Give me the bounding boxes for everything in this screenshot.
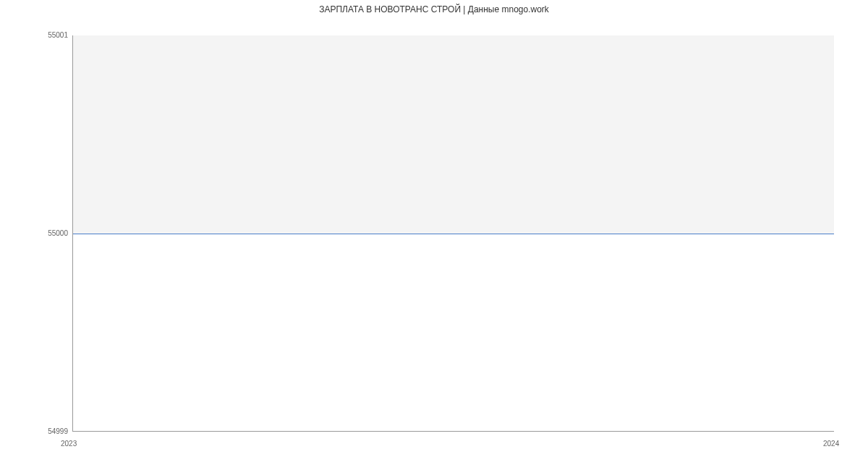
plot-area: [72, 35, 834, 432]
plot-background-lower: [73, 234, 834, 432]
chart-title: ЗАРПЛАТА В НОВОТРАНС СТРОЙ | Данные mnog…: [0, 4, 868, 14]
x-axis-tick: 2024: [823, 440, 839, 448]
y-axis-tick: 55001: [32, 32, 68, 39]
plot-background-upper: [73, 35, 834, 234]
salary-chart: ЗАРПЛАТА В НОВОТРАНС СТРОЙ | Данные mnog…: [0, 0, 868, 470]
x-axis-tick: 2023: [61, 440, 77, 448]
y-axis-tick: 55000: [32, 230, 68, 237]
y-axis-tick: 54999: [32, 428, 68, 435]
data-line: [73, 234, 834, 234]
